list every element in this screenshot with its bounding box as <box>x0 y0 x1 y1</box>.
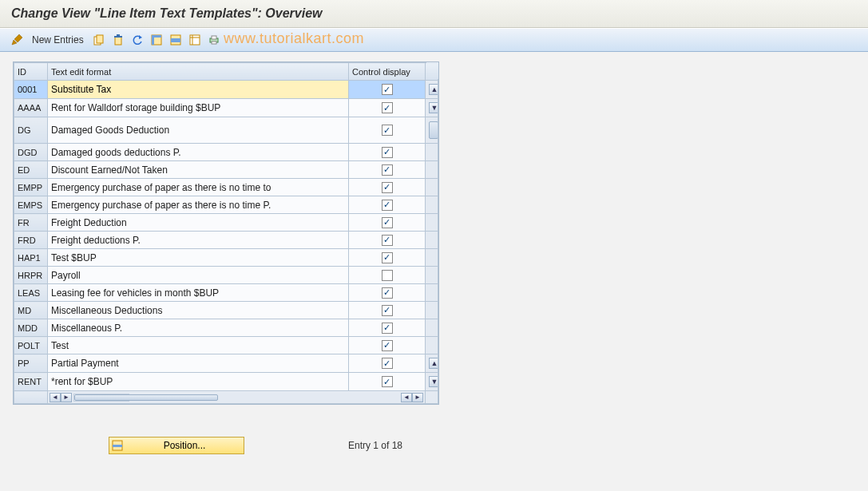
cell-ctrl: ✓ <box>349 117 426 144</box>
cell-text[interactable]: Discount Earned/Not Taken <box>48 161 349 179</box>
hscroll-right-icon[interactable]: ► <box>61 393 72 402</box>
control-checkbox[interactable]: ✓ <box>382 125 393 136</box>
cell-id[interactable]: DGD <box>14 144 48 161</box>
table-row[interactable]: EDDiscount Earned/Not Taken✓ <box>14 161 438 179</box>
table-row[interactable]: EMPPEmergency purchase of paper as there… <box>14 179 438 196</box>
table-row[interactable]: LEASLeasing fee for vehicles in month $B… <box>14 284 438 302</box>
deselect-all-icon[interactable] <box>188 33 202 47</box>
cell-ctrl: ✓ <box>349 196 426 214</box>
cell-text[interactable]: Damaged goods deductions P. <box>48 144 349 161</box>
cell-ctrl: ✓ <box>349 302 426 319</box>
delete-icon[interactable] <box>111 33 125 47</box>
hscroll-track[interactable] <box>73 394 129 402</box>
control-checkbox[interactable]: ✓ <box>382 102 393 113</box>
vscroll-up-icon[interactable]: ▲ <box>429 84 438 95</box>
cell-id[interactable]: MDD <box>14 319 48 337</box>
content-area: ▦ ID Text edit format Control display 00… <box>0 52 868 464</box>
hscroll-left-icon[interactable]: ◄ <box>50 393 61 402</box>
hscroll-thumb[interactable] <box>74 394 218 401</box>
cell-id[interactable]: POLT <box>14 337 48 354</box>
control-checkbox[interactable]: ✓ <box>382 217 393 228</box>
table-row[interactable]: MDMiscellaneous Deductions✓ <box>14 302 438 319</box>
hscroll-right2-icon[interactable]: ► <box>412 393 423 402</box>
table-row[interactable]: AAAARent for Walldorf storage building $… <box>14 99 438 117</box>
table-row[interactable]: DGDDamaged goods deductions P.✓ <box>14 144 438 161</box>
control-checkbox[interactable]: ✓ <box>382 358 393 369</box>
control-checkbox[interactable] <box>382 270 393 281</box>
cell-text[interactable]: Freight deductions P. <box>48 232 349 249</box>
position-button[interactable]: Position... <box>109 437 244 454</box>
cell-text[interactable]: *rent for $BUP <box>48 373 349 391</box>
control-checkbox[interactable]: ✓ <box>382 305 393 316</box>
cell-id[interactable]: RENT <box>14 373 48 391</box>
cell-text[interactable]: Freight Deduction <box>48 214 349 232</box>
table-row[interactable]: FRDFreight deductions P.✓ <box>14 232 438 249</box>
cell-text[interactable]: Payroll <box>48 267 349 284</box>
control-checkbox[interactable]: ✓ <box>382 323 393 334</box>
cell-text[interactable]: Test $BUP <box>48 249 349 267</box>
horizontal-scrollbar[interactable]: ◄ ► ◄ ► <box>48 392 425 403</box>
toggle-change-icon[interactable] <box>10 33 24 47</box>
table-row[interactable]: RENT*rent for $BUP✓▼ <box>14 373 438 391</box>
cell-id[interactable]: AAAA <box>14 99 48 117</box>
vscroll-down-icon[interactable]: ▼ <box>429 102 438 113</box>
cell-id[interactable]: EMPP <box>14 179 48 196</box>
cell-ctrl: ✓ <box>349 319 426 337</box>
control-checkbox[interactable]: ✓ <box>382 147 393 158</box>
table-row[interactable]: EMPSEmergency purchase of paper as there… <box>14 196 438 214</box>
table-row[interactable]: DGDamaged Goods Deduction✓ <box>14 117 438 144</box>
control-checkbox[interactable]: ✓ <box>382 376 393 387</box>
cell-id[interactable]: FRD <box>14 232 48 249</box>
vscroll-down2-icon[interactable]: ▼ <box>429 376 438 387</box>
table-row[interactable]: PPPartial Payment✓▲ <box>14 354 438 373</box>
entry-info: Entry 1 of 18 <box>348 440 402 451</box>
control-checkbox[interactable]: ✓ <box>382 287 393 299</box>
control-checkbox[interactable]: ✓ <box>382 164 393 176</box>
cell-text[interactable]: Partial Payment <box>48 354 349 373</box>
cell-id[interactable]: ED <box>14 161 48 179</box>
col-text-format[interactable]: Text edit format <box>48 63 349 81</box>
table-row[interactable]: 0001Substitute Tax✓▲ <box>14 81 438 99</box>
cell-text[interactable]: Damaged Goods Deduction <box>48 117 349 144</box>
cell-id[interactable]: HAP1 <box>14 249 48 267</box>
control-checkbox[interactable]: ✓ <box>382 235 393 246</box>
cell-ctrl: ✓ <box>349 354 426 373</box>
select-all-icon[interactable] <box>149 33 164 47</box>
cell-text[interactable]: Miscellaneous Deductions <box>48 302 349 319</box>
control-checkbox[interactable]: ✓ <box>382 182 393 193</box>
cell-text[interactable]: Test <box>48 337 349 354</box>
undo-icon[interactable] <box>130 33 145 47</box>
print-icon[interactable] <box>207 33 221 47</box>
cell-id[interactable]: FR <box>14 214 48 232</box>
cell-id[interactable]: PP <box>14 354 48 373</box>
cell-text[interactable]: Miscellaneous P. <box>48 319 349 337</box>
table-row[interactable]: HRPRPayroll <box>14 267 438 284</box>
vscroll-thumb[interactable] <box>429 121 438 139</box>
cell-text[interactable]: Rent for Walldorf storage building $BUP <box>48 99 349 117</box>
table-row[interactable]: POLTTest✓ <box>14 337 438 354</box>
col-id[interactable]: ID <box>14 63 48 81</box>
cell-text[interactable]: Emergency purchase of paper as there is … <box>48 196 349 214</box>
cell-id[interactable]: 0001 <box>14 81 48 99</box>
control-checkbox[interactable]: ✓ <box>382 200 393 211</box>
control-checkbox[interactable]: ✓ <box>382 84 393 95</box>
vscroll-up2-icon[interactable]: ▲ <box>429 358 438 369</box>
control-checkbox[interactable]: ✓ <box>382 252 393 263</box>
new-entries-button[interactable]: New Entries <box>29 34 87 46</box>
cell-id[interactable]: MD <box>14 302 48 319</box>
cell-id[interactable]: DG <box>14 117 48 144</box>
cell-text[interactable]: Substitute Tax <box>48 81 349 99</box>
control-checkbox[interactable]: ✓ <box>382 340 393 351</box>
cell-id[interactable]: LEAS <box>14 284 48 302</box>
table-row[interactable]: HAP1Test $BUP✓ <box>14 249 438 267</box>
cell-id[interactable]: HRPR <box>14 267 48 284</box>
table-row[interactable]: FRFreight Deduction✓ <box>14 214 438 232</box>
hscroll-left2-icon[interactable]: ◄ <box>401 393 412 402</box>
col-control-display[interactable]: Control display <box>349 63 426 81</box>
select-block-icon[interactable] <box>168 33 183 47</box>
cell-id[interactable]: EMPS <box>14 196 48 214</box>
cell-text[interactable]: Leasing fee for vehicles in month $BUP <box>48 284 349 302</box>
cell-text[interactable]: Emergency purchase of paper as there is … <box>48 179 349 196</box>
copy-as-icon[interactable] <box>92 33 106 47</box>
table-row[interactable]: MDDMiscellaneous P.✓ <box>14 319 438 337</box>
